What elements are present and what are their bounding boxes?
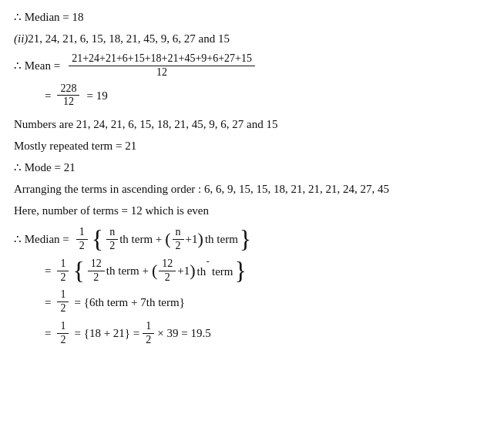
nth-text: th term + bbox=[119, 230, 162, 248]
step2-nth-num: 12 bbox=[88, 258, 105, 271]
mode-result-line: ∴ Mode = 21 bbox=[14, 158, 473, 177]
step2-th-term: th term bbox=[197, 261, 233, 281]
median-half-frac: 1 2 bbox=[76, 226, 88, 253]
step2-p-den: 2 bbox=[162, 271, 173, 285]
median-top-text: ∴ Median = 18 bbox=[14, 8, 84, 26]
nth-den: 2 bbox=[106, 240, 118, 253]
mode-result: ∴ Mode = 21 bbox=[14, 158, 76, 177]
half-frac5: 1 2 bbox=[143, 320, 154, 347]
plus-one: +1 bbox=[186, 230, 198, 248]
part-ii-numbers: 21, 24, 21, 6, 15, 18, 21, 45, 9, 6, 27 … bbox=[28, 29, 230, 48]
mode-note-line: Mostly repeated term = 21 bbox=[14, 136, 473, 155]
median-step3-line: = 1 2 = {6th term + 7th term} bbox=[14, 288, 473, 315]
brace2-close: } bbox=[235, 258, 247, 283]
mean-step2-result: = 19 bbox=[86, 86, 107, 105]
mean-step2-fraction: 228 12 bbox=[57, 83, 79, 109]
median-step4-line: = 1 2 = {18 + 21} = 1 2 × 39 = 19.5 bbox=[14, 320, 473, 347]
main-content: ∴ Median = 18 (ii) 21, 24, 21, 6, 15, 18… bbox=[14, 8, 473, 347]
eq4: = bbox=[45, 324, 51, 342]
nth-frac: n 2 bbox=[106, 226, 118, 253]
mean-step2-num: 228 bbox=[57, 83, 79, 96]
brace-open: { bbox=[92, 227, 103, 251]
median-formula-line: ∴ Median = 1 2 { n 2 th term + ( n 2 +1 … bbox=[14, 226, 473, 253]
step3-text: = {6th term + 7th term} bbox=[74, 293, 184, 312]
numbers-note: Numbers are 21, 24, 21, 6, 15, 18, 21, 4… bbox=[14, 115, 277, 133]
mode-note: Mostly repeated term = 21 bbox=[14, 136, 136, 155]
step2-p-num: 12 bbox=[159, 258, 176, 271]
brace-close: } bbox=[240, 227, 251, 251]
median-half-num: 1 bbox=[76, 226, 88, 240]
paren2-close: ) bbox=[190, 262, 195, 279]
half-frac2: 1 2 bbox=[57, 258, 69, 285]
mean-step2-den: 12 bbox=[60, 96, 77, 109]
mean-numerator: 21+24+21+6+15+18+21+45+9+6+27+15 bbox=[69, 52, 255, 66]
eq2: = bbox=[45, 261, 51, 280]
numbers-note-line: Numbers are 21, 24, 21, 6, 15, 18, 21, 4… bbox=[14, 115, 473, 133]
mean-label: ∴ Mean = bbox=[14, 56, 60, 75]
paren-open: ( bbox=[165, 231, 170, 248]
step2-plus1: +1 bbox=[177, 261, 190, 280]
step2-nth-frac: 12 2 bbox=[88, 258, 105, 285]
paren2-open: ( bbox=[152, 262, 157, 279]
median-half-den: 2 bbox=[76, 240, 88, 253]
part-ii-label: (ii) bbox=[14, 29, 28, 48]
mean-step2-line: = 228 12 = 19 bbox=[14, 83, 473, 109]
n2-frac: n 2 bbox=[173, 226, 184, 253]
n2-num: n bbox=[173, 226, 184, 240]
step2-nth-den: 2 bbox=[90, 271, 102, 285]
brace2-open: { bbox=[72, 258, 84, 283]
part-ii-line: (ii) 21, 24, 21, 6, 15, 18, 21, 45, 9, 6… bbox=[14, 29, 473, 48]
mean-fraction: 21+24+21+6+15+18+21+45+9+6+27+15 12 bbox=[69, 52, 255, 79]
even-note-line: Here, number of terms = 12 which is even bbox=[14, 201, 473, 220]
nth-num: n bbox=[106, 226, 118, 240]
half-frac3: 1 2 bbox=[57, 288, 69, 315]
median-therefore-label: ∴ Median = bbox=[14, 230, 69, 248]
mean-fraction-line: ∴ Mean = 21+24+21+6+15+18+21+45+9+6+27+1… bbox=[14, 52, 473, 79]
half-frac4: 1 2 bbox=[57, 320, 69, 347]
mean-denominator: 12 bbox=[153, 66, 170, 79]
equals-sign: = bbox=[45, 86, 51, 105]
eq3: = bbox=[45, 293, 51, 312]
step4-a: = {18 + 21} = bbox=[74, 324, 139, 342]
median-top-line: ∴ Median = 18 bbox=[14, 8, 473, 26]
ascending-note: Arranging the terms in ascending order :… bbox=[14, 180, 389, 198]
n2-den: 2 bbox=[173, 240, 184, 253]
even-note: Here, number of terms = 12 which is even bbox=[14, 201, 209, 220]
step4-d: × 39 = 19.5 bbox=[157, 324, 210, 342]
step2-p-frac: 12 2 bbox=[159, 258, 176, 285]
th-term: th term bbox=[205, 230, 238, 248]
median-step2-line: = 1 2 { 12 2 th term + ( 12 2 +1 ) th te… bbox=[14, 258, 473, 285]
step4-c: 2 bbox=[143, 334, 154, 347]
step4-b: 1 bbox=[143, 320, 154, 334]
ascending-note-line: Arranging the terms in ascending order :… bbox=[14, 180, 473, 198]
step2-nth-text: th term + bbox=[106, 261, 149, 280]
paren-close: ) bbox=[198, 231, 203, 248]
